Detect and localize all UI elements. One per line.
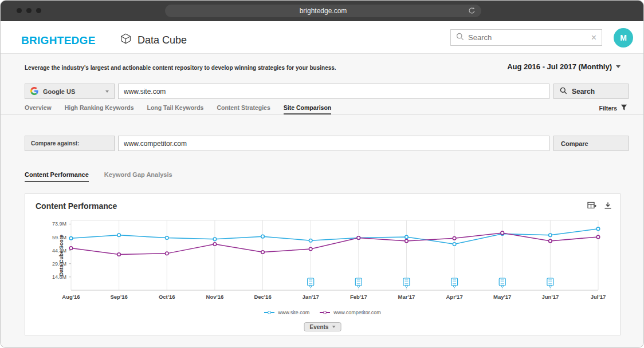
window-close-icon[interactable] <box>17 8 22 13</box>
tagline: Leverage the industry's largest and acti… <box>25 65 336 71</box>
window-control-dots[interactable] <box>17 8 41 13</box>
titlebar: brightedge.com <box>1 1 643 21</box>
svg-text:Aug'16: Aug'16 <box>62 294 80 300</box>
url-bar[interactable]: brightedge.com <box>165 5 481 17</box>
card-actions <box>587 201 612 212</box>
search-button-label: Search <box>572 88 595 96</box>
competitor-url-input[interactable] <box>118 136 549 151</box>
engine-label: Google US <box>43 88 75 95</box>
tabs-row: Overview High Ranking Keywords Long Tail… <box>1 103 643 115</box>
svg-text:Mar'17: Mar'17 <box>398 294 415 300</box>
window-zoom-icon[interactable] <box>36 8 41 13</box>
date-range-selector[interactable]: Aug 2016 - Jul 2017 (Monthly) <box>507 62 621 71</box>
svg-text:Oct'16: Oct'16 <box>159 294 175 300</box>
svg-text:Jun'17: Jun'17 <box>542 294 559 300</box>
content-performance-card: Content Performance Data Cube Score Aug'… <box>25 193 621 335</box>
page-title: Data Cube <box>138 34 187 46</box>
svg-text:Dec'16: Dec'16 <box>254 294 271 300</box>
clear-search-icon[interactable]: × <box>591 33 596 42</box>
svg-text:Feb'17: Feb'17 <box>350 294 367 300</box>
compare-against-label: Compare against: <box>25 136 115 151</box>
tab-site-comparison[interactable]: Site Comparison <box>284 103 331 114</box>
svg-text:59.1M: 59.1M <box>52 235 66 240</box>
site-url-input[interactable] <box>118 84 549 99</box>
search-button[interactable]: Search <box>553 84 629 99</box>
filter-icon <box>621 104 627 112</box>
legend-marker <box>320 312 330 313</box>
header-search[interactable]: × <box>450 29 602 46</box>
legend-item-competitor[interactable]: www.competitor.com <box>320 310 381 315</box>
events-button-label: Events <box>310 324 329 330</box>
window-minimize-icon[interactable] <box>26 8 32 13</box>
svg-text:73.9M: 73.9M <box>52 221 66 227</box>
product-header: Data Cube <box>120 33 187 48</box>
data-cube-icon <box>120 33 132 48</box>
tab-content-strategies[interactable]: Content Strategies <box>217 103 270 114</box>
chevron-down-icon <box>105 90 109 93</box>
chevron-down-icon <box>616 65 621 68</box>
url-text: brightedge.com <box>300 7 347 15</box>
svg-text:14.8M: 14.8M <box>52 274 66 280</box>
svg-text:Jul'17: Jul'17 <box>591 294 606 300</box>
export-table-icon[interactable] <box>587 201 596 212</box>
header-search-input[interactable] <box>468 33 587 42</box>
svg-text:Apr'17: Apr'17 <box>446 294 462 300</box>
date-range-label: Aug 2016 - Jul 2017 (Monthly) <box>507 62 612 71</box>
tab-list: Overview High Ranking Keywords Long Tail… <box>25 103 331 114</box>
svg-text:Jan'17: Jan'17 <box>303 294 319 300</box>
search-icon <box>456 33 464 43</box>
legend-marker <box>264 312 274 313</box>
browser-window: brightedge.com BRIGHTEDGE Data Cube × M … <box>0 0 644 348</box>
events-button[interactable]: Events <box>304 322 341 331</box>
legend-label: www.competitor.com <box>333 310 381 315</box>
legend-dot-icon <box>323 311 327 314</box>
engine-dropdown[interactable]: Google US <box>25 84 115 99</box>
legend-label: www.site.com <box>278 310 309 315</box>
svg-text:Nov'16: Nov'16 <box>206 294 224 300</box>
card-title: Content Performance <box>36 201 117 211</box>
subtab-list: Content Performance Keyword Gap Analysis <box>25 171 172 182</box>
user-avatar[interactable]: M <box>614 28 633 48</box>
brightedge-logo: BRIGHTEDGE <box>21 34 96 47</box>
legend-item-site[interactable]: www.site.com <box>264 310 309 315</box>
svg-text:29.6M: 29.6M <box>52 261 66 267</box>
tab-high-ranking-keywords[interactable]: High Ranking Keywords <box>65 103 134 114</box>
reload-icon[interactable] <box>468 7 476 16</box>
svg-text:May'17: May'17 <box>493 294 511 300</box>
legend-dot-icon <box>268 311 271 314</box>
chart-legend: www.site.com www.competitor.com <box>25 310 620 315</box>
tab-long-tail-keywords[interactable]: Long Tail Keywords <box>147 103 203 114</box>
app-header: BRIGHTEDGE Data Cube × M <box>1 21 643 54</box>
chevron-down-icon <box>332 326 335 328</box>
subtab-keyword-gap-analysis[interactable]: Keyword Gap Analysis <box>104 171 172 182</box>
tab-overview[interactable]: Overview <box>25 103 52 114</box>
content-performance-chart[interactable]: Aug'16Sep'16Oct'16Nov'16Dec'16Jan'17Feb'… <box>25 217 621 310</box>
search-icon <box>560 87 567 96</box>
filters-label: Filters <box>599 105 617 112</box>
download-icon[interactable] <box>604 201 612 212</box>
svg-text:44.3M: 44.3M <box>52 248 66 254</box>
svg-text:Sep'16: Sep'16 <box>111 294 128 300</box>
google-icon <box>30 87 38 96</box>
filters-button[interactable]: Filters <box>599 104 627 112</box>
subtab-content-performance[interactable]: Content Performance <box>25 171 89 182</box>
compare-button[interactable]: Compare <box>553 136 629 151</box>
